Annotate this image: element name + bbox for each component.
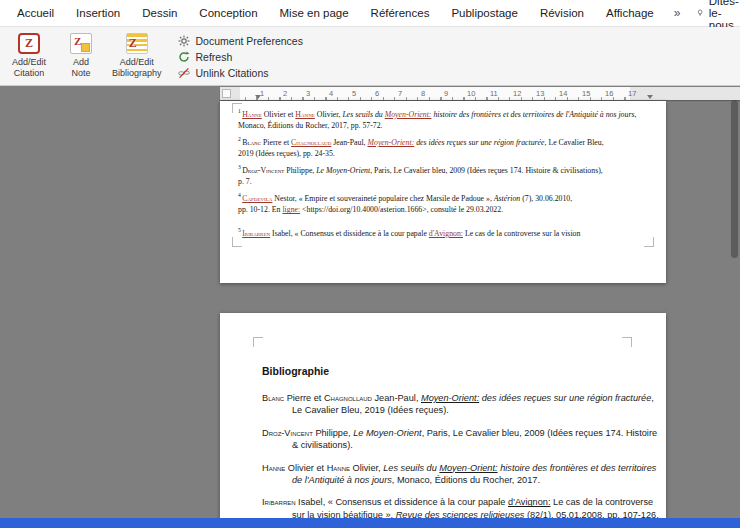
horizontal-ruler: 1234567891011121314151617 [220,87,740,100]
doc-text: Monaco, Éditions du Rocher, 2017, pp. 57… [238,121,383,130]
doc-text: Jean-Paul, [331,138,367,147]
footnote-line: 3 Droz-Vincent Philippe, Le Moyen-Orient… [238,162,650,176]
doc-text: Chagnollaud [324,393,372,403]
tab-mise-en-page[interactable]: Mise en page [269,0,360,26]
footnote-line: 5 Iribarren Isabel, « Consensus et dissi… [238,225,650,239]
tab-stop-selector[interactable] [222,89,231,98]
doc-text: des idées reçues sur une région fracturé… [479,393,651,403]
ruler-number: 6 [375,89,379,98]
tab-insertion[interactable]: Insertion [65,0,131,26]
right-indent-marker[interactable] [647,95,653,99]
footnote-line: 1 Hanne Olivier et Hanne Olivier, Les se… [238,106,650,120]
bibliography-entry-1: Blanc Pierre et Chagnollaud Jean-Paul, M… [262,392,660,417]
ruler-number: 7 [398,89,402,98]
footnote-4: 4 Capdevila Nestor, « Empire et souverai… [238,190,650,216]
button-add-edit-bibliography[interactable]: Add/EditBibliography [108,30,166,83]
button-label: Add/Edit [120,57,154,68]
doc-link[interactable]: Moyen-Orient: [385,110,432,119]
doc-text: , Paris, Le Cavalier bleu, 2009 (Idées r… [370,166,603,175]
doc-text: Olivier et [285,463,326,473]
doc-link[interactable]: Moyen-Orient: [439,463,497,473]
bibliography-list: Blanc Pierre et Chagnollaud Jean-Paul, M… [262,392,660,518]
doc-link[interactable]: Capdevila [242,194,272,203]
tab-conception[interactable]: Conception [188,0,268,26]
button-label: Add [73,57,89,68]
button-document-preferences[interactable]: Document Preferences [178,33,303,48]
ruler-number: 2 [283,89,287,98]
doc-text: Blanc [242,138,261,147]
tab-overflow-chevron[interactable]: » [665,6,690,20]
tab-list: AccueilInsertionDessinConceptionMise en … [6,0,665,26]
zotero-big-buttons-group: Add/EditCitationAddNoteAdd/EditBibliogra… [4,30,166,83]
footnote-2: 2 Blanc Pierre et Chagnollaud Jean-Paul,… [238,134,650,160]
ribbon-tab-bar: AccueilInsertionDessinConceptionMise en … [0,0,740,27]
refresh-icon [178,50,191,63]
doc-text: Isabel, « Consensus et dissidence à la c… [296,497,508,507]
doc-text: des idées reçues sur une région fracturé… [414,138,544,147]
doc-text: Droz-Vincent [242,166,284,175]
doc-text: Pierre et [284,393,324,403]
button-add-note[interactable]: AddNote [56,30,106,83]
button-label: Bibliography [112,68,162,79]
document-preferences-icon [178,34,191,47]
doc-link[interactable]: ligne: [282,205,300,214]
ruler-number: 12 [513,89,521,98]
doc-text: , Le Cavalier Bleu, [545,138,604,147]
doc-text: histoire des frontières et des territoir… [431,110,634,119]
doc-text: Olivier et [262,110,296,119]
footnote-line: 4 Capdevila Nestor, « Empire et souverai… [238,190,650,204]
page-2[interactable]: Bibliographie Blanc Pierre et Chagnollau… [220,313,666,518]
tab-dessin[interactable]: Dessin [131,0,188,26]
doc-text: Iribarren [262,497,296,507]
bibliography-heading: Bibliographie [262,365,329,377]
doc-text: Philippe, [313,428,353,438]
page-1[interactable]: 1 Hanne Olivier et Hanne Olivier, Les se… [220,101,666,283]
doc-link[interactable]: Hanne [295,110,315,119]
button-unlink-citations[interactable]: Unlink Citations [178,65,303,80]
add-edit-citation-icon [18,33,40,54]
bibliography-entry-3: Hanne Olivier et Hanne Olivier, Les seui… [262,462,660,487]
vertical-scrollbar-thumb[interactable] [731,100,738,258]
doc-link[interactable]: Moyen-Orient: [421,393,479,403]
left-indent-marker[interactable] [255,95,261,99]
doc-text: , Monaco, Éditions du Rocher, 2017. [392,475,540,485]
doc-text: Hanne [327,463,350,473]
doc-text: Droz-Vincent [262,428,313,438]
ruler-number: 4 [329,89,333,98]
doc-link[interactable]: Hanne [242,110,262,119]
tab-publipostage[interactable]: Publipostage [440,0,529,26]
tab-affichage[interactable]: Affichage [595,0,665,26]
doc-link[interactable]: d'Avignon: [508,497,550,507]
doc-text: Philippe, [284,166,316,175]
button-add-edit-citation[interactable]: Add/EditCitation [4,30,54,83]
unlink-citations-icon [178,66,191,79]
add-edit-bibliography-icon [126,33,148,54]
doc-text: p. 7. [238,177,252,186]
doc-link[interactable]: Iribarren [242,229,270,238]
tab-r-f-rences[interactable]: Références [360,0,441,26]
ruler-page-zone: 1234567891011121314151617 [240,87,630,100]
tab-r-vision[interactable]: Révision [529,0,595,26]
tab-accueil[interactable]: Accueil [6,0,65,26]
button-label: Refresh [196,51,233,63]
doc-link[interactable]: d'Avignon: [429,229,463,238]
ruler-number: 3 [306,89,310,98]
ruler-number: 11 [490,89,498,98]
button-label: Add/Edit [12,57,46,68]
doc-text: Blanc [262,393,284,403]
button-label: Note [71,68,90,79]
doc-text: Pierre et [261,138,291,147]
ruler-number: 5 [352,89,356,98]
doc-link[interactable]: Chagnollaud [291,138,331,147]
ruler-number: 13 [536,89,544,98]
doc-text: Le Moyen-Orient [316,166,370,175]
doc-link[interactable]: Moyen-Orient: [367,138,414,147]
ruler-number: 9 [444,89,448,98]
word-window: AccueilInsertionDessinConceptionMise en … [0,0,740,528]
document-area: 1234567891011121314151617 1 Hanne Olivie… [0,86,740,518]
footnote-5: 5 Iribarren Isabel, « Consensus et dissi… [238,225,650,239]
button-refresh[interactable]: Refresh [178,49,303,64]
doc-text: (7), 30.06.2010, [520,194,572,203]
footnote-line: 2019 (Idées reçues), pp. 24-35. [238,148,650,160]
bibliography-entry-4: Iribarren Isabel, « Consensus et disside… [262,496,660,518]
